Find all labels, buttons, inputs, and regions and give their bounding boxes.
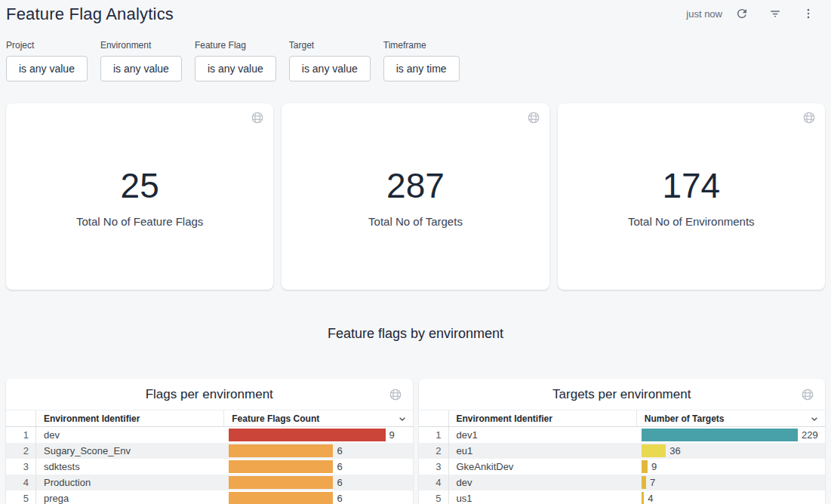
- filter-project-label: Project: [6, 40, 88, 51]
- globe-icon[interactable]: [251, 111, 264, 128]
- table-header-row: Environment Identifier Feature Flags Cou…: [6, 410, 413, 427]
- row-number: 3: [419, 459, 449, 475]
- row-number: 1: [6, 427, 36, 443]
- value-cell: 9: [224, 427, 412, 443]
- table-row[interactable]: 3GkeAnkitDev9: [419, 459, 826, 475]
- value-bar: [229, 444, 333, 457]
- table-card-title: Flags per environment: [6, 379, 413, 410]
- row-number-gutter: [419, 410, 449, 426]
- table-row[interactable]: 2Sugary_Scone_Env6: [6, 443, 413, 459]
- table-row[interactable]: 5us14: [419, 490, 826, 504]
- kpi-value: 174: [558, 103, 825, 203]
- chevron-down-icon[interactable]: [808, 413, 820, 427]
- column-header-label: Number of Targets: [645, 413, 725, 424]
- table-cards-row: Flags per environment Environment Identi…: [6, 379, 825, 504]
- column-header-number-of-targets[interactable]: Number of Targets: [637, 410, 825, 426]
- environment-identifier-cell: GkeAnkitDev: [449, 461, 637, 472]
- filter-environment: Environment is any value: [100, 40, 182, 81]
- value-bar: [642, 429, 798, 441]
- environment-identifier-cell: dev: [449, 477, 637, 488]
- filter-timeframe-label: Timeframe: [383, 40, 460, 51]
- value-cell: 4: [637, 490, 825, 504]
- filter-target-label: Target: [289, 40, 371, 51]
- table-row[interactable]: 2eu136: [419, 443, 826, 459]
- value-cell: 6: [224, 459, 412, 475]
- value-bar: [642, 460, 648, 473]
- row-number: 2: [6, 443, 36, 459]
- value-label: 9: [651, 461, 657, 472]
- filter-target-value-button[interactable]: is any value: [289, 56, 371, 81]
- column-header-feature-flags-count[interactable]: Feature Flags Count: [224, 410, 412, 426]
- globe-icon[interactable]: [389, 388, 402, 404]
- dashboard-header: Feature Flag Analytics just now: [0, 0, 831, 30]
- filter-target: Target is any value: [289, 40, 371, 81]
- table-body: 1dev12292eu1363GkeAnkitDev94dev75us14: [419, 427, 826, 504]
- value-label: 7: [650, 477, 655, 488]
- table-card-title: Targets per environment: [419, 379, 826, 410]
- environment-identifier-cell: prega: [36, 493, 224, 504]
- filter-feature-flag-label: Feature Flag: [195, 40, 276, 51]
- value-cell: 6: [224, 443, 412, 459]
- kpi-value: 287: [282, 103, 549, 203]
- value-cell: 36: [637, 443, 825, 459]
- kpi-card-targets: 287 Total No of Targets: [282, 103, 549, 290]
- globe-icon[interactable]: [802, 111, 816, 128]
- table-row[interactable]: 1dev9: [6, 427, 413, 443]
- filter-project-value-button[interactable]: is any value: [6, 56, 88, 81]
- environment-identifier-cell: dev: [36, 429, 224, 441]
- kpi-cards-row: 25 Total No of Feature Flags 287 Total N…: [6, 103, 825, 290]
- flags-per-environment-card: Flags per environment Environment Identi…: [6, 379, 413, 504]
- kpi-label: Total No of Targets: [282, 215, 549, 228]
- environment-identifier-cell: Sugary_Scone_Env: [36, 445, 224, 456]
- more-vert-icon[interactable]: [801, 6, 816, 21]
- value-bar: [229, 460, 333, 473]
- value-label: 6: [337, 445, 342, 456]
- value-bar: [229, 476, 333, 489]
- filter-icon[interactable]: [768, 6, 783, 21]
- value-cell: 6: [224, 475, 412, 490]
- value-label: 6: [337, 493, 342, 504]
- value-bar: [229, 492, 333, 504]
- table-row[interactable]: 4Production6: [6, 475, 413, 490]
- value-label: 6: [337, 477, 342, 488]
- row-number: 5: [6, 490, 36, 504]
- table-row[interactable]: 3sdktests6: [6, 459, 413, 475]
- environment-identifier-cell: dev1: [449, 429, 637, 441]
- row-number: 5: [419, 490, 449, 504]
- chevron-down-icon[interactable]: [396, 413, 408, 427]
- filter-project: Project is any value: [6, 40, 88, 81]
- globe-icon[interactable]: [527, 111, 540, 128]
- table-row[interactable]: 4dev7: [419, 475, 826, 490]
- value-label: 9: [389, 429, 395, 441]
- value-bar: [229, 429, 385, 441]
- environment-identifier-cell: us1: [449, 493, 637, 504]
- last-refresh-status: just now: [686, 8, 722, 20]
- row-number: 4: [419, 475, 449, 490]
- row-number: 3: [6, 459, 36, 475]
- filter-bar: Project is any value Environment is any …: [0, 30, 831, 81]
- value-cell: 9: [637, 459, 825, 475]
- environment-identifier-cell: sdktests: [36, 461, 224, 472]
- table-body: 1dev92Sugary_Scone_Env63sdktests64Produc…: [6, 427, 413, 504]
- kpi-value: 25: [6, 103, 273, 203]
- filter-environment-label: Environment: [100, 40, 182, 51]
- row-number: 2: [419, 443, 449, 459]
- value-cell: 229: [637, 427, 825, 443]
- table-row[interactable]: 1dev1229: [419, 427, 826, 443]
- value-label: 229: [802, 429, 818, 441]
- filter-timeframe: Timeframe is any time: [383, 40, 460, 81]
- filter-environment-value-button[interactable]: is any value: [100, 56, 182, 81]
- section-title: Feature flags by environment: [0, 326, 831, 342]
- value-cell: 7: [637, 475, 825, 490]
- kpi-card-feature-flags: 25 Total No of Feature Flags: [6, 103, 273, 290]
- kpi-label: Total No of Feature Flags: [6, 215, 273, 228]
- globe-icon[interactable]: [801, 388, 814, 404]
- column-header-environment-identifier[interactable]: Environment Identifier: [36, 410, 224, 426]
- row-number-gutter: [6, 410, 36, 426]
- column-header-environment-identifier[interactable]: Environment Identifier: [449, 410, 637, 426]
- filter-feature-flag: Feature Flag is any value: [195, 40, 276, 81]
- table-row[interactable]: 5prega6: [6, 490, 413, 504]
- filter-feature-flag-value-button[interactable]: is any value: [195, 56, 276, 81]
- filter-timeframe-value-button[interactable]: is any time: [383, 56, 460, 81]
- refresh-icon[interactable]: [734, 6, 749, 21]
